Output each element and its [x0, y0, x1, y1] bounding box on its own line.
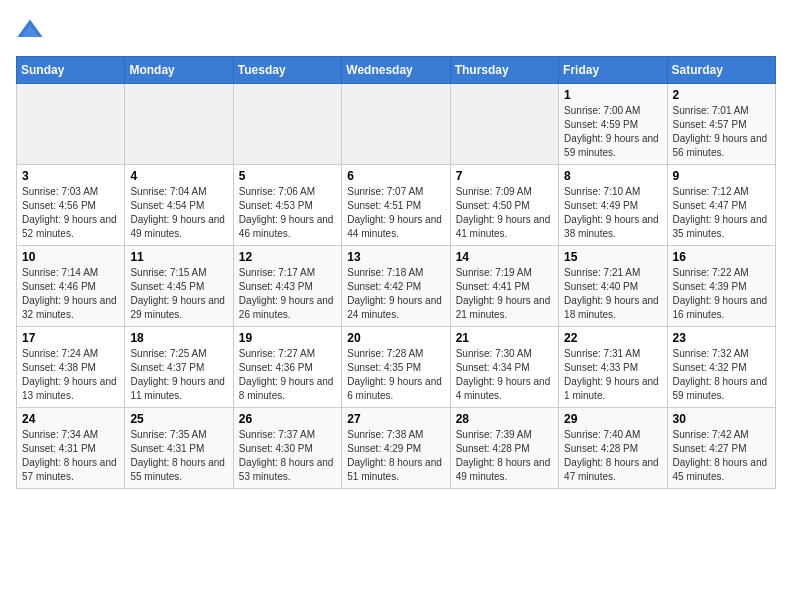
day-cell: 27Sunrise: 7:38 AM Sunset: 4:29 PM Dayli…: [342, 408, 450, 489]
day-info: Sunrise: 7:00 AM Sunset: 4:59 PM Dayligh…: [564, 104, 661, 160]
day-cell: 9Sunrise: 7:12 AM Sunset: 4:47 PM Daylig…: [667, 165, 775, 246]
day-cell: 6Sunrise: 7:07 AM Sunset: 4:51 PM Daylig…: [342, 165, 450, 246]
day-number: 12: [239, 250, 336, 264]
day-cell: 28Sunrise: 7:39 AM Sunset: 4:28 PM Dayli…: [450, 408, 558, 489]
day-cell: [450, 84, 558, 165]
header-tuesday: Tuesday: [233, 57, 341, 84]
day-cell: 13Sunrise: 7:18 AM Sunset: 4:42 PM Dayli…: [342, 246, 450, 327]
day-number: 7: [456, 169, 553, 183]
day-number: 27: [347, 412, 444, 426]
day-cell: 21Sunrise: 7:30 AM Sunset: 4:34 PM Dayli…: [450, 327, 558, 408]
day-number: 19: [239, 331, 336, 345]
day-number: 28: [456, 412, 553, 426]
day-info: Sunrise: 7:18 AM Sunset: 4:42 PM Dayligh…: [347, 266, 444, 322]
day-info: Sunrise: 7:37 AM Sunset: 4:30 PM Dayligh…: [239, 428, 336, 484]
day-cell: 10Sunrise: 7:14 AM Sunset: 4:46 PM Dayli…: [17, 246, 125, 327]
day-cell: 5Sunrise: 7:06 AM Sunset: 4:53 PM Daylig…: [233, 165, 341, 246]
day-number: 17: [22, 331, 119, 345]
day-number: 11: [130, 250, 227, 264]
day-cell: 30Sunrise: 7:42 AM Sunset: 4:27 PM Dayli…: [667, 408, 775, 489]
day-number: 9: [673, 169, 770, 183]
day-info: Sunrise: 7:25 AM Sunset: 4:37 PM Dayligh…: [130, 347, 227, 403]
day-number: 2: [673, 88, 770, 102]
day-number: 29: [564, 412, 661, 426]
day-info: Sunrise: 7:14 AM Sunset: 4:46 PM Dayligh…: [22, 266, 119, 322]
day-info: Sunrise: 7:22 AM Sunset: 4:39 PM Dayligh…: [673, 266, 770, 322]
day-cell: 3Sunrise: 7:03 AM Sunset: 4:56 PM Daylig…: [17, 165, 125, 246]
day-info: Sunrise: 7:35 AM Sunset: 4:31 PM Dayligh…: [130, 428, 227, 484]
header-monday: Monday: [125, 57, 233, 84]
day-number: 4: [130, 169, 227, 183]
day-info: Sunrise: 7:10 AM Sunset: 4:49 PM Dayligh…: [564, 185, 661, 241]
day-number: 20: [347, 331, 444, 345]
day-number: 18: [130, 331, 227, 345]
header-saturday: Saturday: [667, 57, 775, 84]
day-cell: 20Sunrise: 7:28 AM Sunset: 4:35 PM Dayli…: [342, 327, 450, 408]
day-info: Sunrise: 7:06 AM Sunset: 4:53 PM Dayligh…: [239, 185, 336, 241]
day-number: 14: [456, 250, 553, 264]
day-info: Sunrise: 7:03 AM Sunset: 4:56 PM Dayligh…: [22, 185, 119, 241]
day-cell: 4Sunrise: 7:04 AM Sunset: 4:54 PM Daylig…: [125, 165, 233, 246]
week-row-0: 1Sunrise: 7:00 AM Sunset: 4:59 PM Daylig…: [17, 84, 776, 165]
day-info: Sunrise: 7:09 AM Sunset: 4:50 PM Dayligh…: [456, 185, 553, 241]
day-number: 16: [673, 250, 770, 264]
page-header: [16, 16, 776, 44]
day-cell: 25Sunrise: 7:35 AM Sunset: 4:31 PM Dayli…: [125, 408, 233, 489]
day-cell: [17, 84, 125, 165]
day-cell: 16Sunrise: 7:22 AM Sunset: 4:39 PM Dayli…: [667, 246, 775, 327]
day-number: 24: [22, 412, 119, 426]
day-cell: 23Sunrise: 7:32 AM Sunset: 4:32 PM Dayli…: [667, 327, 775, 408]
day-cell: 11Sunrise: 7:15 AM Sunset: 4:45 PM Dayli…: [125, 246, 233, 327]
day-info: Sunrise: 7:30 AM Sunset: 4:34 PM Dayligh…: [456, 347, 553, 403]
day-info: Sunrise: 7:21 AM Sunset: 4:40 PM Dayligh…: [564, 266, 661, 322]
day-cell: [233, 84, 341, 165]
day-cell: 19Sunrise: 7:27 AM Sunset: 4:36 PM Dayli…: [233, 327, 341, 408]
calendar-table: SundayMondayTuesdayWednesdayThursdayFrid…: [16, 56, 776, 489]
day-cell: 26Sunrise: 7:37 AM Sunset: 4:30 PM Dayli…: [233, 408, 341, 489]
day-info: Sunrise: 7:01 AM Sunset: 4:57 PM Dayligh…: [673, 104, 770, 160]
day-number: 3: [22, 169, 119, 183]
day-number: 1: [564, 88, 661, 102]
day-cell: 29Sunrise: 7:40 AM Sunset: 4:28 PM Dayli…: [559, 408, 667, 489]
day-cell: 15Sunrise: 7:21 AM Sunset: 4:40 PM Dayli…: [559, 246, 667, 327]
week-row-4: 24Sunrise: 7:34 AM Sunset: 4:31 PM Dayli…: [17, 408, 776, 489]
day-info: Sunrise: 7:12 AM Sunset: 4:47 PM Dayligh…: [673, 185, 770, 241]
day-info: Sunrise: 7:32 AM Sunset: 4:32 PM Dayligh…: [673, 347, 770, 403]
day-cell: 18Sunrise: 7:25 AM Sunset: 4:37 PM Dayli…: [125, 327, 233, 408]
day-cell: 14Sunrise: 7:19 AM Sunset: 4:41 PM Dayli…: [450, 246, 558, 327]
day-info: Sunrise: 7:28 AM Sunset: 4:35 PM Dayligh…: [347, 347, 444, 403]
day-cell: 17Sunrise: 7:24 AM Sunset: 4:38 PM Dayli…: [17, 327, 125, 408]
header-sunday: Sunday: [17, 57, 125, 84]
day-cell: [125, 84, 233, 165]
day-info: Sunrise: 7:38 AM Sunset: 4:29 PM Dayligh…: [347, 428, 444, 484]
day-cell: 22Sunrise: 7:31 AM Sunset: 4:33 PM Dayli…: [559, 327, 667, 408]
day-cell: 1Sunrise: 7:00 AM Sunset: 4:59 PM Daylig…: [559, 84, 667, 165]
day-info: Sunrise: 7:39 AM Sunset: 4:28 PM Dayligh…: [456, 428, 553, 484]
day-info: Sunrise: 7:07 AM Sunset: 4:51 PM Dayligh…: [347, 185, 444, 241]
week-row-3: 17Sunrise: 7:24 AM Sunset: 4:38 PM Dayli…: [17, 327, 776, 408]
day-info: Sunrise: 7:40 AM Sunset: 4:28 PM Dayligh…: [564, 428, 661, 484]
day-cell: 24Sunrise: 7:34 AM Sunset: 4:31 PM Dayli…: [17, 408, 125, 489]
day-cell: 8Sunrise: 7:10 AM Sunset: 4:49 PM Daylig…: [559, 165, 667, 246]
day-number: 15: [564, 250, 661, 264]
day-number: 22: [564, 331, 661, 345]
logo-icon: [16, 16, 44, 44]
day-number: 23: [673, 331, 770, 345]
logo: [16, 16, 50, 44]
day-info: Sunrise: 7:24 AM Sunset: 4:38 PM Dayligh…: [22, 347, 119, 403]
week-row-2: 10Sunrise: 7:14 AM Sunset: 4:46 PM Dayli…: [17, 246, 776, 327]
header-row: SundayMondayTuesdayWednesdayThursdayFrid…: [17, 57, 776, 84]
day-number: 13: [347, 250, 444, 264]
day-info: Sunrise: 7:42 AM Sunset: 4:27 PM Dayligh…: [673, 428, 770, 484]
day-number: 21: [456, 331, 553, 345]
day-number: 10: [22, 250, 119, 264]
header-thursday: Thursday: [450, 57, 558, 84]
day-info: Sunrise: 7:17 AM Sunset: 4:43 PM Dayligh…: [239, 266, 336, 322]
day-info: Sunrise: 7:27 AM Sunset: 4:36 PM Dayligh…: [239, 347, 336, 403]
day-number: 25: [130, 412, 227, 426]
day-number: 5: [239, 169, 336, 183]
day-number: 26: [239, 412, 336, 426]
day-info: Sunrise: 7:19 AM Sunset: 4:41 PM Dayligh…: [456, 266, 553, 322]
day-cell: 12Sunrise: 7:17 AM Sunset: 4:43 PM Dayli…: [233, 246, 341, 327]
day-cell: 2Sunrise: 7:01 AM Sunset: 4:57 PM Daylig…: [667, 84, 775, 165]
